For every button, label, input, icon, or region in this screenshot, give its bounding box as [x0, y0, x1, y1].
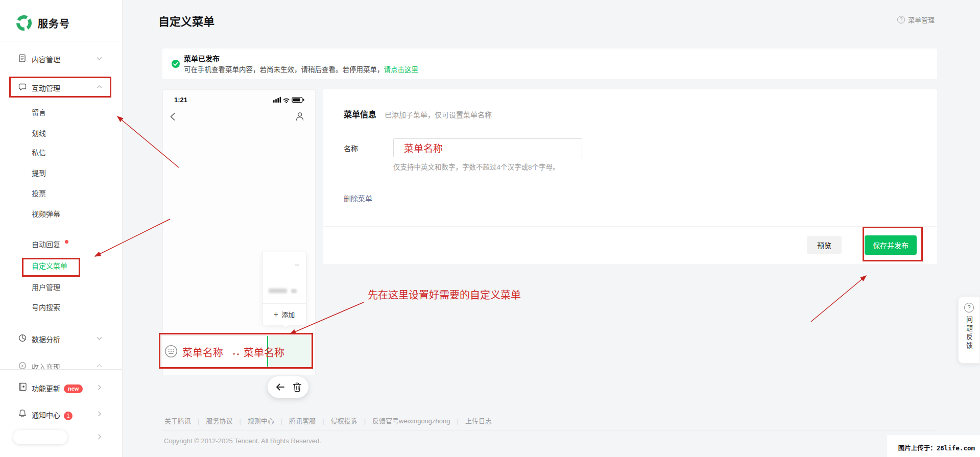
- footer-link-about[interactable]: 关于腾讯: [164, 417, 191, 425]
- footer-link-rules[interactable]: 规则中心: [248, 417, 274, 425]
- wechat-mp-admin-screen: 服务号 内容管理 互动管理 留言 划线 私信 提到 投票 视频弹幕 自动回复 自…: [0, 0, 980, 457]
- annotation-menu-name-left: 菜单名称: [182, 345, 223, 359]
- sidebar-item-huaxian[interactable]: 划线: [32, 128, 46, 141]
- bell-icon: [18, 409, 27, 418]
- book-star-icon: [18, 382, 27, 391]
- submenu-popup: +添加: [262, 252, 306, 325]
- sidebar-item-label: 通知中心1: [32, 410, 73, 420]
- watermark: 图片上传于：28life.com: [887, 435, 980, 457]
- menu-manage-label: 菜单管理: [908, 15, 935, 25]
- keyboard-icon: [164, 345, 178, 358]
- sidebar: 服务号 内容管理 互动管理 留言 划线 私信 提到 投票 视频弹幕 自动回复 自…: [0, 0, 123, 457]
- sidebar-item-liuyan[interactable]: 留言: [32, 107, 46, 120]
- annotation-arrow: [811, 276, 866, 322]
- keyboard-toggle-button[interactable]: [162, 336, 180, 367]
- sidebar-item-content-mgmt[interactable]: 内容管理: [0, 50, 123, 67]
- publish-success-banner: 菜单已发布 可在手机查看菜单内容，若尚未生效，请稍后查看。若停用菜单，请点击这里: [162, 49, 937, 79]
- success-check-icon: [172, 60, 180, 68]
- copyright-text: Copyright © 2012-2025 Tencent. All Right…: [164, 437, 321, 445]
- delete-menu-link[interactable]: 删除菜单: [344, 193, 372, 203]
- section-title: 菜单信息: [344, 108, 376, 120]
- sidebar-item-label: 数据分析: [32, 334, 60, 344]
- banner-description: 可在手机查看菜单内容，若尚未生效，请稍后查看。若停用菜单，请点击这里: [184, 64, 418, 74]
- sidebar-item-account-search[interactable]: 号内搜索: [32, 302, 60, 315]
- person-icon: [295, 111, 305, 122]
- footer-link-support[interactable]: 腾讯客服: [289, 417, 316, 425]
- footer-link-terms[interactable]: 服务协议: [206, 417, 232, 425]
- sidebar-item-label: 内容管理: [32, 54, 60, 64]
- save-publish-button[interactable]: 保存并发布: [865, 235, 917, 255]
- divider: [162, 430, 937, 431]
- chevron-right-icon: [97, 384, 102, 391]
- sidebar-item-sixin[interactable]: 私信: [32, 147, 46, 160]
- chevron-up-icon: [96, 85, 103, 89]
- chat-bubble-icon: [18, 83, 27, 91]
- phone-status-icons: [273, 96, 305, 104]
- left-arrow-icon: [275, 382, 285, 392]
- svg-text:¥: ¥: [21, 364, 24, 368]
- footer-links: 关于腾讯|服务协议|规则中心|腾讯客服|侵权投诉|反馈官号weixingongz…: [164, 416, 492, 425]
- back-chevron-icon: [169, 112, 177, 121]
- sidebar-item-data-analysis[interactable]: 数据分析: [0, 329, 123, 347]
- signal-bars-icon: [273, 97, 281, 103]
- pie-chart-icon: [18, 334, 27, 342]
- divider: [323, 226, 937, 227]
- chevron-down-icon: [96, 336, 103, 341]
- redacted-account-name[interactable]: [13, 430, 67, 444]
- submenu-item-redacted[interactable]: [262, 277, 306, 304]
- sidebar-item-user-mgmt[interactable]: 用户管理: [32, 282, 60, 295]
- divider: [0, 41, 123, 41]
- section-hint: 已添加子菜单，仅可设置菜单名称: [385, 109, 492, 119]
- feedback-label: 问题反馈: [964, 316, 974, 351]
- sidebar-item-custom-menu[interactable]: 自定义菜单: [32, 260, 67, 274]
- sidebar-item-label: 互动管理: [32, 83, 60, 93]
- disable-menu-link[interactable]: 请点击这里: [384, 66, 419, 74]
- menu-name-input[interactable]: [393, 138, 582, 157]
- sidebar-item-label: 自动回复: [32, 240, 60, 249]
- sidebar-item-auto-reply[interactable]: 自动回复: [32, 239, 68, 252]
- wifi-icon: [284, 99, 289, 103]
- banner-title: 菜单已发布: [184, 53, 220, 63]
- brand-name: 服务号: [38, 16, 70, 31]
- sidebar-item-toupiao[interactable]: 投票: [32, 188, 46, 201]
- phone-status-time: 1:21: [174, 96, 187, 104]
- sidebar-item-feature-updates[interactable]: 功能更新new: [0, 378, 122, 396]
- notification-count-badge: 1: [64, 412, 73, 420]
- plus-icon: +: [274, 310, 278, 319]
- footer-link-report[interactable]: 侵权投诉: [331, 417, 357, 425]
- battery-icon: [292, 98, 304, 103]
- feedback-widget[interactable]: ? 问题反馈: [958, 296, 980, 364]
- submenu-item-redacted[interactable]: [262, 252, 306, 277]
- sidebar-item-notification-center[interactable]: 通知中心1: [0, 405, 122, 422]
- trash-icon: [293, 382, 302, 392]
- red-dot-badge: [65, 240, 68, 244]
- menu-edit-toolbar: [268, 376, 308, 398]
- delete-menu-button[interactable]: [293, 382, 302, 392]
- redacted-mark: [295, 264, 299, 266]
- add-label: 添加: [281, 309, 295, 319]
- annotation-menu-name-right: 菜单名称: [244, 345, 284, 359]
- chevron-down-icon: [96, 56, 103, 61]
- footer-link-feedback-account[interactable]: 反馈官号weixingongzhong: [372, 417, 450, 425]
- sidebar-item-tidao[interactable]: 提到: [32, 167, 46, 181]
- move-back-button[interactable]: [275, 382, 285, 392]
- submenu-add-button[interactable]: +添加: [262, 304, 306, 325]
- sidebar-item-label: 功能更新new: [32, 383, 83, 393]
- phone-preview: 1:21: [162, 89, 316, 375]
- redacted-label: [291, 289, 297, 293]
- footer-link-upload-log[interactable]: 上传日志: [465, 417, 492, 425]
- preview-button[interactable]: 预览: [807, 236, 842, 254]
- new-badge: new: [64, 384, 83, 393]
- sidebar-item-shipindanmu[interactable]: 视频弹幕: [32, 208, 60, 222]
- divider: [10, 231, 110, 231]
- yen-circle-icon: ¥: [18, 362, 27, 370]
- brand: 服务号: [15, 14, 70, 32]
- chevron-up-icon: [96, 364, 103, 368]
- menu-manage-help-link[interactable]: ? 菜单管理: [897, 15, 935, 25]
- help-question-icon: ?: [964, 303, 974, 312]
- annotation-tip-text: 先在这里设置好需要的自定义菜单: [368, 287, 521, 302]
- help-question-icon: ?: [897, 16, 905, 23]
- sidebar-item-interact-mgmt[interactable]: 互动管理: [0, 78, 123, 95]
- menu-info-panel: 菜单信息 已添加子菜单，仅可设置菜单名称 名称 仅支持中英文和数字，字数不超过4…: [323, 89, 937, 264]
- page-title: 自定义菜单: [158, 12, 214, 29]
